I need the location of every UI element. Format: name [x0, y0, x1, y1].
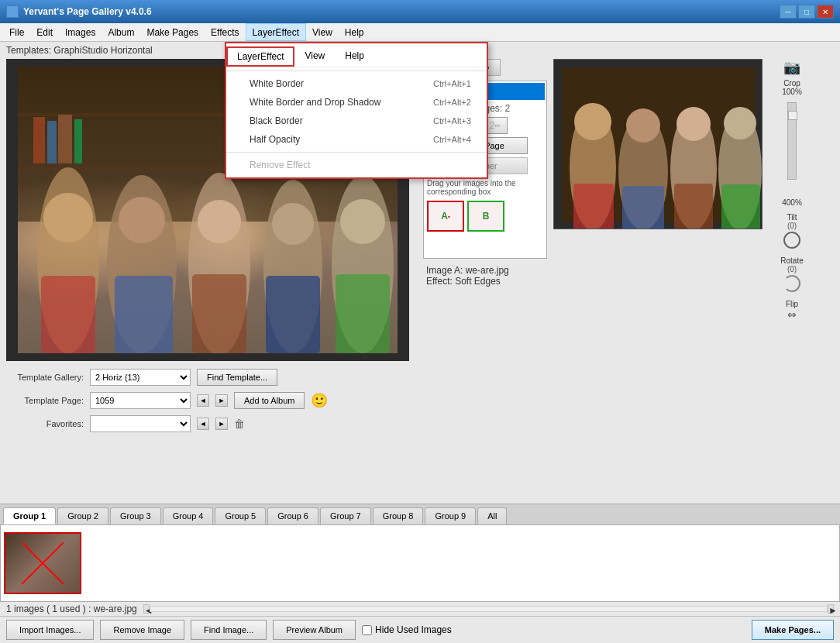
- svg-point-34: [626, 108, 660, 143]
- menu-white-border-shadow[interactable]: White Border and Drop Shadow Ctrl+Alt+2: [226, 93, 487, 112]
- hide-used-checkbox[interactable]: [362, 625, 372, 635]
- favorites-label: Favorites:: [6, 419, 84, 428]
- slot-a[interactable]: A •: [427, 201, 464, 232]
- flip-section: Flip ⇔: [786, 300, 798, 321]
- maximize-button[interactable]: □: [798, 5, 815, 19]
- add-to-album-button[interactable]: Add to Album: [234, 392, 305, 409]
- svg-point-36: [676, 107, 711, 141]
- black-border-shortcut: Ctrl+Alt+3: [433, 116, 471, 126]
- menu-bar: File Edit Images Album Make Pages Effect…: [0, 23, 840, 42]
- svg-rect-19: [192, 274, 246, 353]
- menu-help[interactable]: Help: [339, 23, 370, 41]
- menu-edit[interactable]: Edit: [30, 23, 59, 41]
- tab-group-1[interactable]: Group 1: [3, 507, 56, 524]
- svg-rect-39: [573, 184, 614, 229]
- status-text: 1 images ( 1 used ) : we-are.jpg: [6, 603, 137, 614]
- crop-panel: 📷 Crop100% 400% Tilt (0): [769, 59, 815, 321]
- rotate-icon[interactable]: [783, 275, 800, 292]
- preview-right: 📷 Crop100% 400% Tilt (0): [553, 59, 834, 321]
- menu-half-opacity[interactable]: Half Opacity Ctrl+Alt+4: [226, 130, 487, 149]
- menu-separator-2: [226, 152, 487, 153]
- menu-file[interactable]: File: [3, 23, 30, 41]
- white-border-shadow-shortcut: Ctrl+Alt+2: [433, 98, 471, 107]
- favorites-select[interactable]: [90, 415, 191, 432]
- svg-rect-42: [721, 184, 760, 229]
- tab-group-5[interactable]: Group 5: [215, 507, 266, 524]
- menu-images[interactable]: Images: [59, 23, 102, 41]
- svg-point-38: [724, 107, 756, 139]
- template-gallery-label: Template Gallery:: [6, 373, 84, 382]
- crop-label: Crop100%: [782, 79, 802, 96]
- tab-group-8[interactable]: Group 8: [373, 507, 424, 524]
- scroll-left[interactable]: ◄: [143, 604, 150, 614]
- template-page-select[interactable]: 1059: [90, 392, 191, 409]
- menu-white-border[interactable]: White Border Ctrl+Alt+1: [226, 74, 487, 93]
- white-border-label: White Border: [250, 78, 304, 89]
- white-border-shadow-label: White Border and Drop Shadow: [250, 97, 380, 108]
- app-icon: [6, 5, 19, 18]
- tilt-value: (0): [787, 222, 797, 230]
- preview-svg: [554, 60, 763, 229]
- minimize-button[interactable]: ─: [780, 5, 797, 19]
- menu-effects[interactable]: Effects: [205, 23, 245, 41]
- import-images-button[interactable]: Import Images...: [6, 620, 94, 640]
- tab-group-6[interactable]: Group 6: [267, 507, 318, 524]
- red-x-overlay: [5, 534, 80, 593]
- template-page-next[interactable]: ►: [215, 394, 228, 407]
- template-gallery-select[interactable]: 2 Horiz (13): [90, 369, 191, 386]
- trash-icon[interactable]: 🗑: [234, 418, 245, 430]
- favorites-prev[interactable]: ◄: [197, 418, 209, 430]
- image-a-info: Image A: we-are.jpg: [426, 265, 544, 276]
- pencil2-icon: ✏: [494, 122, 501, 130]
- menu-tab-help[interactable]: Help: [335, 46, 374, 67]
- flip-icon[interactable]: ⇔: [787, 308, 797, 321]
- layer-effect-dropdown: LayerEffect View Help White Border Ctrl+…: [225, 42, 488, 179]
- svg-point-10: [119, 197, 165, 243]
- menu-layer-effect[interactable]: LayerEffect: [246, 23, 306, 41]
- zoom-percent: 400%: [782, 198, 802, 207]
- white-border-shortcut: Ctrl+Alt+1: [433, 79, 471, 88]
- template-page-prev[interactable]: ◄: [197, 394, 209, 407]
- app-title: Yervant's Page Gallery v4.0.6: [23, 6, 152, 17]
- tilt-section: Tilt (0): [783, 213, 800, 250]
- info-panel: Image A: we-are.jpg Effect: Soft Edges: [423, 262, 547, 290]
- svg-rect-21: [336, 274, 390, 353]
- camera-icon: 📷: [783, 59, 800, 76]
- rotate-value: (0): [787, 265, 797, 273]
- make-pages-button[interactable]: Make Pages...: [752, 620, 834, 640]
- menu-album[interactable]: Album: [102, 23, 140, 41]
- menu-black-border[interactable]: Black Border Ctrl+Alt+3: [226, 112, 487, 130]
- svg-point-16: [340, 199, 385, 244]
- tab-group-4[interactable]: Group 4: [163, 507, 214, 524]
- tab-group-3[interactable]: Group 3: [110, 507, 161, 524]
- menu-tab-layer-effect[interactable]: LayerEffect: [226, 46, 294, 67]
- favorites-next[interactable]: ►: [215, 418, 228, 430]
- remove-image-button[interactable]: Remove Image: [100, 620, 184, 640]
- strip-image-1[interactable]: [4, 532, 81, 594]
- crop-slider-track: [787, 102, 797, 180]
- slot-b[interactable]: B: [467, 201, 504, 232]
- crop-slider-thumb[interactable]: [788, 111, 797, 120]
- menu-separator-1: [226, 70, 487, 71]
- hide-used-container: Hide Used Images: [362, 624, 452, 635]
- find-template-button[interactable]: Find Template...: [197, 369, 277, 386]
- tilt-rotate-icon[interactable]: [783, 232, 800, 249]
- svg-rect-17: [41, 276, 95, 353]
- smiley-icon[interactable]: 🙂: [311, 392, 328, 409]
- menu-view[interactable]: View: [306, 23, 339, 41]
- menu-make-pages[interactable]: Make Pages: [140, 23, 205, 41]
- template-label: Templates:: [6, 45, 53, 56]
- tab-group-9[interactable]: Group 9: [425, 507, 476, 524]
- tab-group-2[interactable]: Group 2: [57, 507, 108, 524]
- svg-point-32: [574, 103, 611, 140]
- find-image-button[interactable]: Find Image...: [191, 620, 267, 640]
- menu-tab-view[interactable]: View: [294, 46, 335, 67]
- close-button[interactable]: ✕: [817, 5, 834, 19]
- tilt-label: Tilt: [787, 213, 797, 222]
- tab-all[interactable]: All: [477, 507, 507, 524]
- tab-group-7[interactable]: Group 7: [320, 507, 371, 524]
- half-opacity-shortcut: Ctrl+Alt+4: [433, 135, 471, 144]
- scroll-right[interactable]: ►: [828, 604, 834, 614]
- effect-info: Effect: Soft Edges: [426, 276, 544, 287]
- preview-album-button[interactable]: Preview Album: [273, 620, 356, 640]
